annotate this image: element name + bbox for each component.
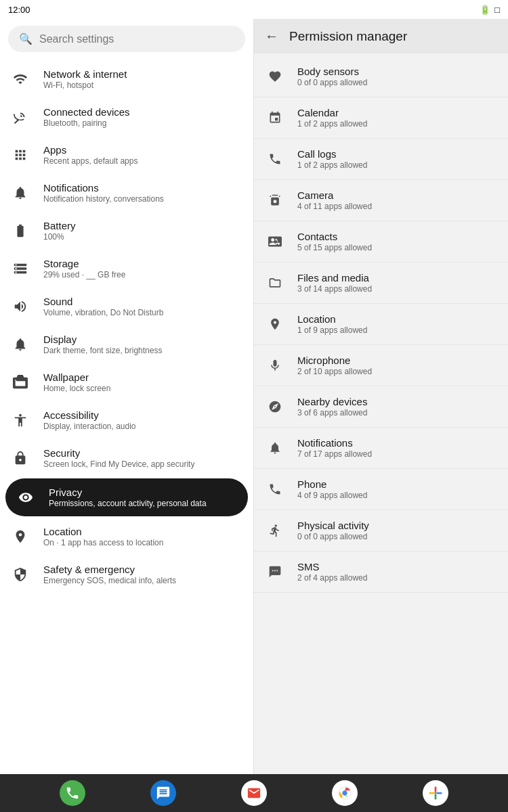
settings-item-subtitle-display: Dark theme, font size, brightness bbox=[43, 346, 162, 355]
main-layout: 🔍 Network & internet Wi-Fi, hotspot Conn… bbox=[0, 19, 508, 774]
nav-chrome[interactable] bbox=[332, 780, 358, 806]
permission-item-call-logs[interactable]: Call logs 1 of 2 apps allowed bbox=[254, 139, 508, 180]
search-icon: 🔍 bbox=[19, 32, 33, 45]
perm-title-microphone: Microphone bbox=[297, 355, 372, 366]
settings-item-connected[interactable]: Connected devices Bluetooth, pairing bbox=[0, 98, 253, 136]
settings-item-text-safety: Safety & emergency Emergency SOS, medica… bbox=[43, 564, 176, 585]
settings-item-storage[interactable]: Storage 29% used · __ GB free bbox=[0, 250, 253, 288]
body-sensors-icon bbox=[265, 70, 285, 83]
settings-item-wallpaper[interactable]: Wallpaper Home, lock screen bbox=[0, 363, 253, 401]
settings-item-display[interactable]: Display Dark theme, font size, brightnes… bbox=[0, 325, 253, 363]
settings-item-text-wallpaper: Wallpaper Home, lock screen bbox=[43, 371, 110, 393]
back-button[interactable]: ← bbox=[265, 28, 278, 44]
nav-photos[interactable] bbox=[423, 780, 448, 806]
perm-text-physical-activity: Physical activity 0 of 0 apps allowed bbox=[297, 520, 369, 541]
permission-list: Body sensors 0 of 0 apps allowed Calenda… bbox=[254, 53, 508, 595]
perm-title-call-logs: Call logs bbox=[297, 148, 367, 160]
perm-subtitle-notifications: 7 of 17 apps allowed bbox=[297, 449, 372, 459]
settings-item-text-battery: Battery 100% bbox=[43, 220, 76, 242]
perm-title-sms: SMS bbox=[297, 561, 367, 572]
nav-gmail[interactable] bbox=[241, 780, 267, 806]
settings-panel: 🔍 Network & internet Wi-Fi, hotspot Conn… bbox=[0, 19, 254, 774]
status-bar: 12:00 🔋 □ bbox=[0, 0, 508, 19]
status-time: 12:00 bbox=[8, 5, 30, 15]
perm-title-contacts: Contacts bbox=[297, 231, 372, 242]
perm-subtitle-calendar: 1 of 2 apps allowed bbox=[297, 119, 367, 129]
permission-item-sms[interactable]: SMS 2 of 4 apps allowed bbox=[254, 551, 508, 593]
nav-messages[interactable] bbox=[150, 780, 176, 806]
location-icon bbox=[265, 317, 285, 331]
permission-item-notifications[interactable]: Notifications 7 of 17 apps allowed bbox=[254, 428, 508, 469]
perm-subtitle-location: 1 of 9 apps allowed bbox=[297, 325, 367, 335]
permission-item-camera[interactable]: Camera 4 of 11 apps allowed bbox=[254, 180, 508, 221]
settings-item-title-apps: Apps bbox=[43, 144, 137, 156]
notifications-icon bbox=[11, 185, 30, 200]
settings-item-sound[interactable]: Sound Volume, vibration, Do Not Disturb bbox=[0, 288, 253, 325]
permission-item-contacts[interactable]: Contacts 5 of 15 apps allowed bbox=[254, 221, 508, 263]
phone-icon bbox=[265, 482, 285, 496]
settings-item-accessibility[interactable]: Accessibility Display, interaction, audi… bbox=[0, 401, 253, 439]
settings-item-privacy[interactable]: Privacy Permissions, account activity, p… bbox=[5, 478, 248, 516]
permission-item-physical-activity[interactable]: Physical activity 0 of 0 apps allowed bbox=[254, 510, 508, 551]
physical-activity-icon bbox=[265, 524, 285, 537]
settings-item-security[interactable]: Security Screen lock, Find My Device, ap… bbox=[0, 439, 253, 477]
settings-item-title-connected: Connected devices bbox=[43, 106, 130, 118]
settings-item-subtitle-storage: 29% used · __ GB free bbox=[43, 270, 125, 279]
permission-item-calendar[interactable]: Calendar 1 of 2 apps allowed bbox=[254, 97, 508, 139]
perm-title-calendar: Calendar bbox=[297, 107, 367, 118]
sound-icon bbox=[11, 299, 30, 314]
settings-item-title-privacy: Privacy bbox=[49, 487, 207, 498]
settings-item-text-connected: Connected devices Bluetooth, pairing bbox=[43, 106, 130, 128]
permission-item-phone[interactable]: Phone 4 of 9 apps allowed bbox=[254, 469, 508, 510]
permission-item-nearby-devices[interactable]: Nearby devices 3 of 6 apps allowed bbox=[254, 386, 508, 428]
perm-text-contacts: Contacts 5 of 15 apps allowed bbox=[297, 231, 372, 252]
settings-item-title-notifications: Notifications bbox=[43, 182, 164, 194]
settings-item-title-battery: Battery bbox=[43, 220, 76, 231]
permission-item-body-sensors[interactable]: Body sensors 0 of 0 apps allowed bbox=[254, 56, 508, 97]
settings-item-subtitle-connected: Bluetooth, pairing bbox=[43, 118, 130, 128]
search-bar[interactable]: 🔍 bbox=[8, 26, 245, 52]
wallpaper-icon bbox=[11, 375, 30, 390]
settings-item-notifications[interactable]: Notifications Notification history, conv… bbox=[0, 174, 253, 212]
settings-item-safety[interactable]: Safety & emergency Emergency SOS, medica… bbox=[0, 556, 253, 593]
connected-icon bbox=[11, 110, 30, 125]
perm-title-camera: Camera bbox=[297, 189, 372, 201]
permission-item-location[interactable]: Location 1 of 9 apps allowed bbox=[254, 304, 508, 345]
nav-phone[interactable] bbox=[60, 780, 85, 806]
perm-title-phone: Phone bbox=[297, 478, 367, 490]
perm-text-camera: Camera 4 of 11 apps allowed bbox=[297, 189, 372, 211]
settings-item-text-location: Location On · 1 app has access to locati… bbox=[43, 526, 163, 547]
settings-item-title-accessibility: Accessibility bbox=[43, 409, 136, 421]
settings-item-text-security: Security Screen lock, Find My Device, ap… bbox=[43, 447, 194, 469]
contacts-icon bbox=[265, 235, 285, 248]
settings-item-network[interactable]: Network & internet Wi-Fi, hotspot bbox=[0, 60, 253, 98]
settings-item-battery[interactable]: Battery 100% bbox=[0, 212, 253, 250]
settings-list: Network & internet Wi-Fi, hotspot Connec… bbox=[0, 58, 253, 596]
apps-icon bbox=[11, 148, 30, 162]
permission-item-microphone[interactable]: Microphone 2 of 10 apps allowed bbox=[254, 345, 508, 386]
perm-text-location: Location 1 of 9 apps allowed bbox=[297, 313, 367, 335]
perm-text-phone: Phone 4 of 9 apps allowed bbox=[297, 478, 367, 500]
settings-item-title-security: Security bbox=[43, 447, 194, 459]
settings-item-subtitle-safety: Emergency SOS, medical info, alerts bbox=[43, 576, 176, 585]
perm-subtitle-camera: 4 of 11 apps allowed bbox=[297, 202, 372, 211]
settings-item-subtitle-sound: Volume, vibration, Do Not Disturb bbox=[43, 308, 163, 317]
settings-item-title-wallpaper: Wallpaper bbox=[43, 371, 110, 383]
permission-item-files-media[interactable]: Files and media 3 of 14 apps allowed bbox=[254, 263, 508, 304]
settings-item-subtitle-security: Screen lock, Find My Device, app securit… bbox=[43, 459, 194, 469]
settings-item-apps[interactable]: Apps Recent apps, default apps bbox=[0, 136, 253, 174]
perm-text-notifications: Notifications 7 of 17 apps allowed bbox=[297, 437, 372, 459]
settings-item-title-safety: Safety & emergency bbox=[43, 564, 176, 575]
perm-subtitle-physical-activity: 0 of 0 apps allowed bbox=[297, 532, 369, 541]
security-icon bbox=[11, 451, 30, 466]
storage-icon bbox=[11, 261, 30, 276]
search-input[interactable] bbox=[39, 33, 234, 45]
settings-item-title-storage: Storage bbox=[43, 258, 125, 269]
settings-item-location[interactable]: Location On · 1 app has access to locati… bbox=[0, 518, 253, 556]
location-icon bbox=[11, 529, 30, 544]
settings-item-subtitle-battery: 100% bbox=[43, 232, 76, 242]
settings-item-text-sound: Sound Volume, vibration, Do Not Disturb bbox=[43, 296, 163, 317]
settings-item-subtitle-location: On · 1 app has access to location bbox=[43, 538, 163, 547]
perm-subtitle-call-logs: 1 of 2 apps allowed bbox=[297, 160, 367, 170]
perm-subtitle-files-media: 3 of 14 apps allowed bbox=[297, 284, 372, 294]
